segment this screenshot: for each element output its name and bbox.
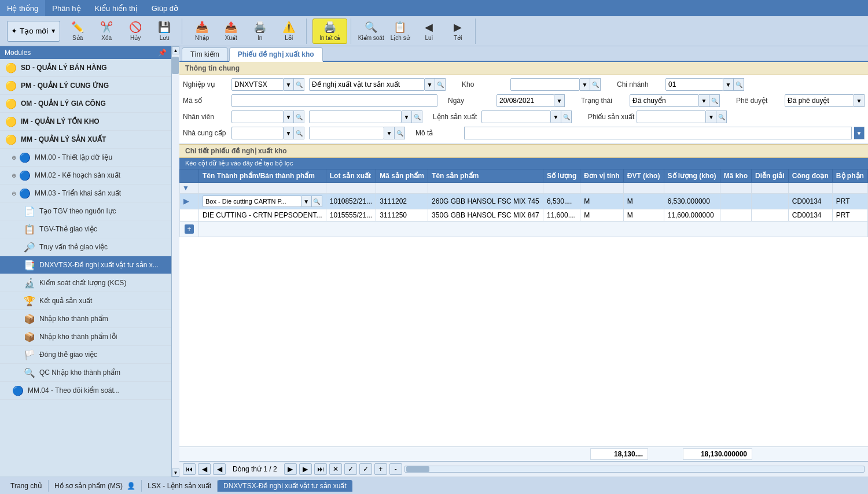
col-header-bo-phan[interactable]: Bộ phận xyxy=(832,169,867,183)
sidebar-pin-icon[interactable]: 📌 xyxy=(158,49,167,57)
nha-cung-cap-name-dropdown[interactable]: ▼ xyxy=(384,127,395,139)
col-header-cong-doan[interactable]: Công đoạn xyxy=(788,169,832,183)
sidebar-item-nhap-kho-tp[interactable]: 📦 Nhập kho thành phẩm xyxy=(0,310,171,328)
phieu-san-xuat-input[interactable] xyxy=(637,110,706,123)
scroll-up-btn[interactable]: ▲ xyxy=(172,46,179,54)
tab-tim-kiem[interactable]: Tìm kiếm xyxy=(182,47,228,61)
sidebar-scroll[interactable]: 🟡 SD - QUẢN LÝ BÁN HÀNG 🟡 PM - QUẢN LÝ C… xyxy=(0,59,171,477)
table-wrapper[interactable]: Tên Thành phẩm/Bán thành phẩm Lot sản xu… xyxy=(179,169,868,447)
in-tat-ca-button[interactable]: 🖨️ In tất cả xyxy=(312,19,347,44)
col-header-dvt[interactable]: Đơn vị tính xyxy=(580,169,623,183)
nav-prev2-btn[interactable]: ◀ xyxy=(213,463,226,475)
nhan-vien-code-dropdown[interactable]: ▼ xyxy=(284,110,294,123)
trang-thai-input[interactable] xyxy=(630,94,699,107)
phieu-san-xuat-dropdown[interactable]: ▼ xyxy=(706,110,716,123)
kho-dropdown[interactable]: ▼ xyxy=(580,78,590,91)
lich-su-button[interactable]: 📋 Lịch sử xyxy=(386,19,414,44)
kho-input[interactable] xyxy=(510,78,580,91)
nav-last-btn[interactable]: ⏭ xyxy=(314,463,327,475)
sidebar-item-om[interactable]: 🟡 OM - QUẢN LÝ GIA CÔNG xyxy=(0,95,171,113)
sidebar-item-tgv-tao[interactable]: 📄 Tạo TGV theo nguồn lực xyxy=(0,202,171,220)
add-row-button[interactable]: + xyxy=(185,224,194,234)
nav-check2-btn[interactable]: ✓ xyxy=(359,463,372,475)
scroll-down-btn[interactable]: ▼ xyxy=(172,469,179,477)
luu-button[interactable]: 💾 Lưu xyxy=(150,19,178,44)
sidebar-item-ket-qua[interactable]: 🏆 Kết quả sản xuất xyxy=(0,292,171,310)
lenh-san-xuat-dropdown[interactable]: ▼ xyxy=(551,110,561,123)
sidebar-item-truy-van[interactable]: 🔎 Truy vấn thẻ giao việc xyxy=(0,238,171,256)
nav-first-btn[interactable]: ⏮ xyxy=(183,463,196,475)
lenh-san-xuat-search[interactable]: 🔍 xyxy=(561,110,572,123)
nghiep-vu-search[interactable]: 🔍 xyxy=(294,78,304,91)
ten-tp-search-1[interactable]: 🔍 xyxy=(312,196,322,207)
ngay-input[interactable] xyxy=(496,94,554,107)
sidebar-item-qc-nhap[interactable]: 🔍 QC Nhập kho thành phẩm xyxy=(0,364,171,382)
menu-he-thong[interactable]: Hệ thống xyxy=(0,0,45,16)
nhan-vien-name-dropdown[interactable]: ▼ xyxy=(402,110,412,123)
sidebar-item-mm04-partial[interactable]: 🔵 MM.04 - Theo dõi kiểm soát... xyxy=(0,382,171,400)
chi-nhanh-input[interactable] xyxy=(665,78,723,91)
nav-stop-btn[interactable]: ✕ xyxy=(329,463,342,475)
ngay-dropdown[interactable]: ▼ xyxy=(554,94,565,107)
nghiep-vu-dropdown[interactable]: ▼ xyxy=(284,78,294,91)
lui-button[interactable]: ◀ Lui xyxy=(415,19,443,44)
xoa-button[interactable]: ✂️ Xóa xyxy=(93,19,120,44)
nhan-vien-code-input[interactable]: 120621011 xyxy=(231,110,284,123)
sidebar-item-mm02[interactable]: ⊕ 🔵 MM.02 - Kế hoạch sản xuất xyxy=(0,167,171,185)
status-trang-chu[interactable]: Trang chủ xyxy=(5,480,48,492)
nav-plus-btn[interactable]: + xyxy=(374,463,387,475)
menu-phan-he[interactable]: Phân hệ xyxy=(45,0,87,16)
kho-search[interactable]: 🔍 xyxy=(590,78,601,91)
nhan-vien-name-search[interactable]: 🔍 xyxy=(412,110,422,123)
trang-thai-search[interactable]: 🔍 xyxy=(709,94,720,107)
kiem-soat-button[interactable]: 🔍 Kiểm soát xyxy=(357,19,385,44)
nav-minus-btn[interactable]: - xyxy=(389,463,402,475)
lenh-san-xuat-input[interactable] xyxy=(481,110,551,123)
tab-phieu-de-nghi[interactable]: Phiếu đề nghị xuất kho xyxy=(229,47,323,62)
sidebar-item-dnxvtsx[interactable]: 📑 DNXVTSX-Đề nghị xuất vật tư sản x... xyxy=(0,256,171,274)
nha-cung-cap-dropdown[interactable]: ▼ xyxy=(284,127,294,139)
in-button[interactable]: 🖨️ In xyxy=(246,19,274,44)
trang-thai-dropdown[interactable]: ▼ xyxy=(699,94,709,107)
sidebar-item-mm[interactable]: 🟡 MM - QUẢN LÝ SẢN XUẤT xyxy=(0,131,171,149)
nha-cung-cap-search[interactable]: 🔍 xyxy=(294,127,304,139)
col-header-ten-tp[interactable]: Tên Thành phẩm/Bán thành phẩm xyxy=(199,169,326,183)
menu-kieu-hien-thi[interactable]: Kiểu hiển thị xyxy=(88,0,145,16)
sidebar-scrollbar[interactable]: ▲ ▼ xyxy=(171,46,179,477)
nha-cung-cap-name-input[interactable] xyxy=(309,127,384,139)
loi-button[interactable]: ⚠️ Lỗi xyxy=(275,19,303,44)
huy-button[interactable]: 🚫 Hủy xyxy=(122,19,149,44)
table-row[interactable]: ▶ ▼ 🔍 1010852/21... 3111202 xyxy=(180,194,868,209)
chi-nhanh-dropdown[interactable]: ▼ xyxy=(723,78,734,91)
nav-next2-btn[interactable]: ▶ xyxy=(284,463,297,475)
sidebar-item-mm00[interactable]: ⊕ 🔵 MM.00 - Thiết lập dữ liệu xyxy=(0,149,171,167)
nha-cung-cap-name-search[interactable]: 🔍 xyxy=(395,127,405,139)
nhap-button[interactable]: 📥 Nhập xyxy=(188,19,216,44)
ma-so-input[interactable]: DNXVTSX21080895 xyxy=(231,94,437,107)
col-header-lot[interactable]: Lot sản xuất xyxy=(326,169,376,183)
xuat-button[interactable]: 📤 Xuất xyxy=(217,19,245,44)
sidebar-item-pm[interactable]: 🟡 PM - QUẢN LÝ CUNG ỨNG xyxy=(0,77,171,95)
col-header-dvt-kho[interactable]: ĐVT (kho) xyxy=(623,169,664,183)
tao-moi-button[interactable]: ✦ Tạo mới ▼ xyxy=(7,21,60,42)
table-row[interactable]: DIE CUTTING - CRTN PEPSODENT... 1015555/… xyxy=(180,209,868,222)
nav-next-btn[interactable]: ▶ xyxy=(299,463,312,475)
nha-cung-cap-input1[interactable] xyxy=(231,127,284,139)
col-header-so-luong[interactable]: Số lượng xyxy=(543,169,580,183)
nav-prev-btn[interactable]: ◀ xyxy=(198,463,211,475)
sidebar-item-mm03[interactable]: ⊖ 🔵 MM.03 - Triển khai sản xuất xyxy=(0,185,171,202)
nghiep-vu-input[interactable] xyxy=(231,78,284,91)
status-active-tab[interactable]: DNXVTSX-Đề nghị xuất vật tư sản xuất xyxy=(218,480,352,492)
col-header-ma-sp[interactable]: Mã sản phẩm xyxy=(376,169,428,183)
menu-giup-do[interactable]: Giúp đỡ xyxy=(145,0,185,16)
mo-ta-input[interactable]: Tạo từ: LSX21080259;LSX21080260; xyxy=(464,127,852,139)
mo-ta-expand-btn[interactable]: ▼ xyxy=(854,127,865,139)
status-lsx[interactable]: LSX - Lệnh sản xuất xyxy=(142,480,217,492)
nghiep-vu-type-search[interactable]: 🔍 xyxy=(435,78,446,91)
toi-button[interactable]: ▶ Tới xyxy=(444,19,472,44)
col-header-sl-kho[interactable]: Số lượng (kho) xyxy=(664,169,720,183)
horizontal-scrollbar[interactable] xyxy=(404,466,865,473)
chi-nhanh-search[interactable]: 🔍 xyxy=(734,78,744,91)
sidebar-item-im[interactable]: 🟡 IM - QUẢN LÝ TỒN KHO xyxy=(0,113,171,131)
col-header-dien-giai[interactable]: Diễn giải xyxy=(752,169,789,183)
